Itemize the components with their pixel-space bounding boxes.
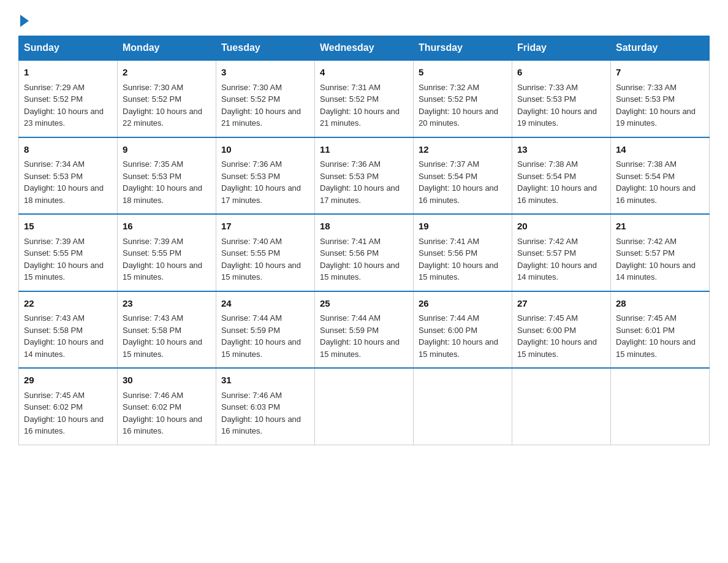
day-info: Sunrise: 7:35 AM Sunset: 5:53 PM Dayligh… [123,159,202,205]
calendar-cell: 8 Sunrise: 7:34 AM Sunset: 5:53 PM Dayli… [19,137,118,215]
day-number: 26 [419,297,507,311]
day-number: 30 [123,373,211,388]
day-info: Sunrise: 7:30 AM Sunset: 5:52 PM Dayligh… [221,83,301,128]
calendar-cell: 19 Sunrise: 7:41 AM Sunset: 5:56 PM Dayl… [414,214,512,291]
calendar-week-2: 8 Sunrise: 7:34 AM Sunset: 5:53 PM Dayli… [19,137,710,215]
calendar-cell: 4 Sunrise: 7:31 AM Sunset: 5:52 PM Dayli… [315,60,414,137]
calendar-cell: 16 Sunrise: 7:39 AM Sunset: 5:55 PM Dayl… [118,214,216,291]
day-info: Sunrise: 7:37 AM Sunset: 5:54 PM Dayligh… [419,159,498,205]
logo [18,12,29,25]
calendar-cell: 22 Sunrise: 7:43 AM Sunset: 5:58 PM Dayl… [19,291,118,369]
day-info: Sunrise: 7:36 AM Sunset: 5:53 PM Dayligh… [320,159,400,205]
calendar-cell: 26 Sunrise: 7:44 AM Sunset: 6:00 PM Dayl… [414,291,512,369]
calendar-week-5: 29 Sunrise: 7:45 AM Sunset: 6:02 PM Dayl… [19,368,710,445]
day-info: Sunrise: 7:30 AM Sunset: 5:52 PM Dayligh… [123,83,202,128]
day-info: Sunrise: 7:32 AM Sunset: 5:52 PM Dayligh… [419,83,498,128]
day-info: Sunrise: 7:45 AM Sunset: 6:00 PM Dayligh… [517,313,597,359]
calendar-cell: 15 Sunrise: 7:39 AM Sunset: 5:55 PM Dayl… [19,214,118,291]
calendar-cell: 29 Sunrise: 7:45 AM Sunset: 6:02 PM Dayl… [19,368,118,445]
weekday-header-friday: Friday [512,36,611,61]
day-info: Sunrise: 7:41 AM Sunset: 5:56 PM Dayligh… [320,237,400,282]
calendar-week-3: 15 Sunrise: 7:39 AM Sunset: 5:55 PM Dayl… [19,214,710,291]
calendar-cell: 23 Sunrise: 7:43 AM Sunset: 5:58 PM Dayl… [118,291,216,369]
calendar-cell [414,368,512,445]
day-info: Sunrise: 7:34 AM Sunset: 5:53 PM Dayligh… [24,159,104,205]
weekday-header-wednesday: Wednesday [315,36,414,61]
calendar-cell: 1 Sunrise: 7:29 AM Sunset: 5:52 PM Dayli… [19,60,118,137]
calendar-cell: 11 Sunrise: 7:36 AM Sunset: 5:53 PM Dayl… [315,137,414,215]
calendar-cell: 9 Sunrise: 7:35 AM Sunset: 5:53 PM Dayli… [118,137,216,215]
calendar-cell: 13 Sunrise: 7:38 AM Sunset: 5:54 PM Dayl… [512,137,611,215]
day-number: 21 [616,220,704,234]
day-number: 27 [517,297,605,311]
day-info: Sunrise: 7:40 AM Sunset: 5:55 PM Dayligh… [221,237,301,282]
day-info: Sunrise: 7:41 AM Sunset: 5:56 PM Dayligh… [419,237,498,282]
day-number: 6 [517,66,605,80]
day-info: Sunrise: 7:46 AM Sunset: 6:03 PM Dayligh… [221,391,301,436]
day-number: 23 [123,297,211,311]
day-number: 8 [24,143,112,157]
day-number: 14 [616,143,704,157]
day-number: 12 [419,143,507,157]
calendar-cell: 7 Sunrise: 7:33 AM Sunset: 5:53 PM Dayli… [611,60,710,137]
day-number: 9 [123,143,211,157]
day-number: 29 [24,373,112,388]
calendar-cell: 10 Sunrise: 7:36 AM Sunset: 5:53 PM Dayl… [216,137,315,215]
weekday-header-sunday: Sunday [19,36,118,61]
calendar-cell: 31 Sunrise: 7:46 AM Sunset: 6:03 PM Dayl… [216,368,315,445]
calendar-table: SundayMondayTuesdayWednesdayThursdayFrid… [18,36,710,445]
day-number: 19 [419,220,507,234]
calendar-cell: 2 Sunrise: 7:30 AM Sunset: 5:52 PM Dayli… [118,60,216,137]
calendar-cell: 3 Sunrise: 7:30 AM Sunset: 5:52 PM Dayli… [216,60,315,137]
calendar-cell: 25 Sunrise: 7:44 AM Sunset: 5:59 PM Dayl… [315,291,414,369]
day-number: 10 [221,143,309,157]
day-number: 13 [517,143,605,157]
day-number: 28 [616,297,704,311]
day-info: Sunrise: 7:29 AM Sunset: 5:52 PM Dayligh… [24,83,104,128]
calendar-cell: 18 Sunrise: 7:41 AM Sunset: 5:56 PM Dayl… [315,214,414,291]
calendar-header: SundayMondayTuesdayWednesdayThursdayFrid… [19,36,710,61]
day-info: Sunrise: 7:38 AM Sunset: 5:54 PM Dayligh… [517,159,597,205]
calendar-cell: 27 Sunrise: 7:45 AM Sunset: 6:00 PM Dayl… [512,291,611,369]
day-number: 25 [320,297,408,311]
day-number: 18 [320,220,408,234]
calendar-cell: 14 Sunrise: 7:38 AM Sunset: 5:54 PM Dayl… [611,137,710,215]
day-info: Sunrise: 7:44 AM Sunset: 5:59 PM Dayligh… [221,313,301,359]
calendar-cell [611,368,710,445]
calendar-cell [512,368,611,445]
calendar-cell [315,368,414,445]
day-info: Sunrise: 7:33 AM Sunset: 5:53 PM Dayligh… [616,83,696,128]
calendar-cell: 30 Sunrise: 7:46 AM Sunset: 6:02 PM Dayl… [118,368,216,445]
day-number: 3 [221,66,309,80]
calendar-cell: 24 Sunrise: 7:44 AM Sunset: 5:59 PM Dayl… [216,291,315,369]
day-info: Sunrise: 7:44 AM Sunset: 5:59 PM Dayligh… [320,313,400,359]
calendar-cell: 12 Sunrise: 7:37 AM Sunset: 5:54 PM Dayl… [414,137,512,215]
day-info: Sunrise: 7:45 AM Sunset: 6:02 PM Dayligh… [24,391,104,436]
day-number: 15 [24,220,112,234]
day-number: 2 [123,66,211,80]
day-info: Sunrise: 7:36 AM Sunset: 5:53 PM Dayligh… [221,159,301,205]
day-info: Sunrise: 7:43 AM Sunset: 5:58 PM Dayligh… [24,313,104,359]
day-info: Sunrise: 7:44 AM Sunset: 6:00 PM Dayligh… [419,313,498,359]
day-info: Sunrise: 7:43 AM Sunset: 5:58 PM Dayligh… [123,313,202,359]
weekday-header-saturday: Saturday [611,36,710,61]
calendar-cell: 5 Sunrise: 7:32 AM Sunset: 5:52 PM Dayli… [414,60,512,137]
calendar-cell: 28 Sunrise: 7:45 AM Sunset: 6:01 PM Dayl… [611,291,710,369]
calendar-cell: 20 Sunrise: 7:42 AM Sunset: 5:57 PM Dayl… [512,214,611,291]
day-info: Sunrise: 7:33 AM Sunset: 5:53 PM Dayligh… [517,83,597,128]
day-info: Sunrise: 7:39 AM Sunset: 5:55 PM Dayligh… [24,237,104,282]
calendar-cell: 6 Sunrise: 7:33 AM Sunset: 5:53 PM Dayli… [512,60,611,137]
day-info: Sunrise: 7:46 AM Sunset: 6:02 PM Dayligh… [123,391,202,436]
day-number: 17 [221,220,309,234]
day-info: Sunrise: 7:38 AM Sunset: 5:54 PM Dayligh… [616,159,696,205]
day-number: 1 [24,66,112,80]
day-number: 24 [221,297,309,311]
day-info: Sunrise: 7:45 AM Sunset: 6:01 PM Dayligh… [616,313,696,359]
day-number: 22 [24,297,112,311]
weekday-header-monday: Monday [118,36,216,61]
weekday-header-thursday: Thursday [414,36,512,61]
day-number: 11 [320,143,408,157]
calendar-cell: 21 Sunrise: 7:42 AM Sunset: 5:57 PM Dayl… [611,214,710,291]
day-number: 4 [320,66,408,80]
page-header [18,12,710,25]
